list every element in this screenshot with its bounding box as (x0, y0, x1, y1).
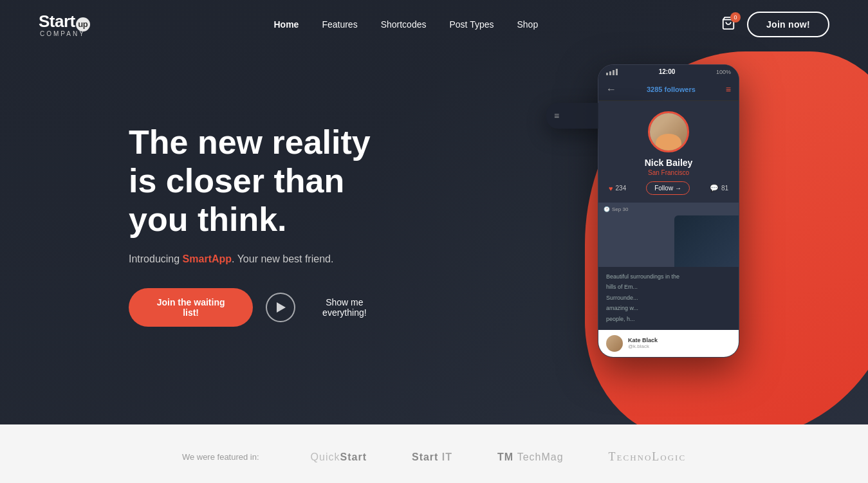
hero-cta: Join the waiting list! Show me everythin… (129, 288, 386, 327)
phone-stats: ♥ 234 Follow → 💬 81 (606, 181, 731, 195)
featured-text: We were featured in: (182, 452, 259, 462)
cart-icon[interactable]: 0 (721, 16, 735, 33)
post-image (674, 215, 739, 267)
logos-row: QuickStart Start IT TM TechMag TechnoLog… (311, 450, 687, 464)
text-line-1: Beautiful surroundings in the (606, 272, 731, 281)
text-line-2: hills of Em... (606, 282, 731, 291)
signal-icon (606, 69, 618, 75)
avatar-body (656, 134, 681, 150)
nav-features[interactable]: Features (322, 19, 357, 30)
comments-stat: 💬 81 (710, 184, 728, 192)
phone-mockup: ≡ 12:00 100% ← 3285 followers ≡ (598, 64, 739, 358)
play-button[interactable]: Show me everything! (266, 293, 386, 322)
play-icon (277, 302, 286, 313)
menu-icon[interactable]: ≡ (726, 84, 731, 95)
hero-content: The new reality is closer than you think… (0, 98, 386, 326)
phone-content-text: Beautiful surroundings in the hills of E… (598, 267, 739, 330)
heart-icon: ♥ (609, 185, 613, 192)
waiting-list-button[interactable]: Join the waiting list! (129, 288, 253, 327)
commenter-handle: @k.black (628, 343, 731, 349)
nav-links: Home Features Shortcodes Post Types Shop (274, 19, 539, 30)
phone-battery: 100% (716, 69, 731, 75)
hero-headline: The new reality is closer than you think… (129, 123, 386, 239)
phone-comment-row: Kate Black @k.black (598, 330, 739, 357)
phone-header: ← 3285 followers ≡ (598, 78, 739, 101)
text-line-3: Surrounde... (606, 293, 731, 302)
back-button[interactable]: ← (606, 84, 616, 95)
headline-line1: The new reality (129, 123, 371, 161)
followers-count: 3285 followers (647, 86, 696, 93)
logo-quickstart: QuickStart (311, 451, 367, 463)
logo[interactable]: Startup COMPANY (39, 12, 91, 37)
nav-posttypes[interactable]: Post Types (449, 19, 494, 30)
intro-text: Introducing (129, 253, 183, 264)
post-date: 🕐 Sep 30 (604, 206, 628, 212)
headline-line2: is closer than you think. (129, 162, 344, 238)
phone-post-preview: 🕐 Sep 30 (598, 203, 739, 267)
nav-shop[interactable]: Shop (517, 19, 539, 30)
phone-profile: Nick Bailey San Francisco ♥ 234 Follow →… (598, 101, 739, 203)
play-label: Show me everything! (303, 297, 386, 318)
hero-subtext: Introducing SmartApp. Your new best frie… (129, 253, 386, 265)
nav-home[interactable]: Home (274, 19, 299, 30)
comments-count: 81 (721, 185, 728, 192)
logo-subtitle: COMPANY (39, 30, 91, 37)
play-circle (266, 293, 295, 322)
profile-location: San Francisco (606, 169, 731, 176)
avatar (650, 113, 687, 150)
logo-startit: Start IT (412, 451, 452, 463)
logo-techmag: TM TechMag (497, 451, 563, 463)
comment-icon: 💬 (710, 184, 719, 192)
navbar: Startup COMPANY Home Features Shortcodes… (0, 0, 868, 49)
hero-section: The new reality is closer than you think… (0, 0, 868, 424)
logo-text: Startup (39, 12, 91, 32)
logo-technologic: TechnoLogic (609, 450, 687, 464)
cart-badge: 0 (730, 12, 741, 23)
likes-stat: ♥ 234 (609, 185, 626, 192)
nav-shortcodes[interactable]: Shortcodes (381, 19, 427, 30)
phone-primary: 12:00 100% ← 3285 followers ≡ Nick Baile… (598, 64, 739, 358)
text-line-4: amazing w... (606, 304, 731, 313)
commenter-name: Kate Black (628, 337, 731, 343)
rest-text: . Your new best friend. (232, 253, 333, 264)
commenter-avatar (606, 335, 623, 352)
commenter-info: Kate Black @k.black (628, 337, 731, 349)
profile-name: Nick Bailey (606, 158, 731, 168)
avatar-ring (648, 111, 689, 152)
phone-time: 12:00 (659, 68, 676, 75)
logos-section: We were featured in: QuickStart Start IT… (0, 424, 868, 483)
brand-name: SmartApp (183, 253, 232, 264)
follow-button[interactable]: Follow → (646, 181, 690, 195)
join-now-button[interactable]: Join now! (747, 12, 829, 37)
logo-circle: up (76, 17, 90, 32)
phone-status-bar: 12:00 100% (598, 65, 739, 78)
nav-right: 0 Join now! (721, 12, 829, 37)
likes-count: 234 (616, 185, 627, 192)
text-line-5: people, h... (606, 314, 731, 324)
